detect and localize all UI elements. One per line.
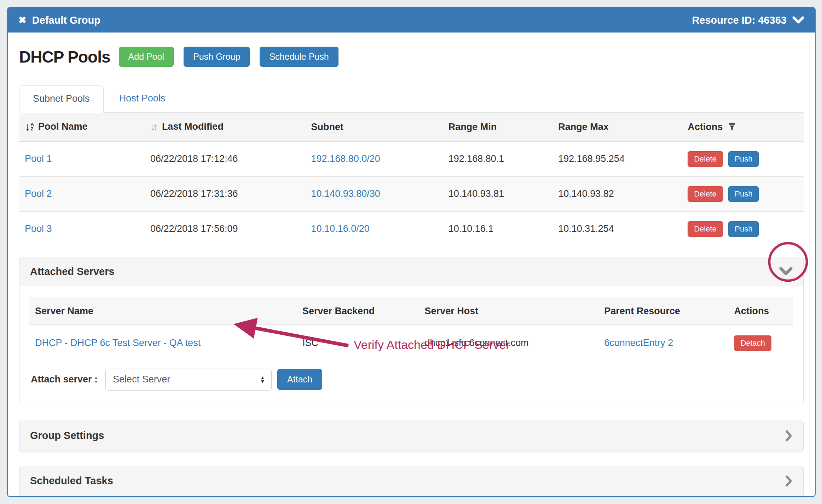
pool-tabs: Subnet Pools Host Pools [19,85,804,113]
column-server-host: Server Host [419,298,599,324]
chevron-right-icon [785,430,793,442]
parent-resource-link[interactable]: 6connectEntry 2 [604,338,673,348]
pools-table: ↓AZ Pool Name ↓↑ Last Modified Subnet Ra… [19,113,804,246]
attached-servers-header[interactable]: Attached Servers [19,257,803,286]
last-modified-value: 06/22/2018 17:12:46 [145,141,306,177]
push-button[interactable]: Push [728,151,759,167]
column-actions: Actions [688,122,723,133]
column-range-min: Range Min [443,113,553,141]
group-title: Default Group [32,14,100,26]
column-server-actions: Actions [728,298,793,324]
servers-table: Server Name Server Backend Server Host P… [29,298,793,362]
servers-header-row: Server Name Server Backend Server Host P… [29,298,793,324]
range-min-value: 192.168.80.1 [443,141,553,177]
subnet-link[interactable]: 10.140.93.80/30 [311,188,380,199]
delete-button[interactable]: Delete [688,221,723,237]
chevron-right-icon [785,475,793,487]
chevron-down-icon[interactable] [792,16,804,24]
attach-button[interactable]: Attach [277,369,322,390]
detach-button[interactable]: Detach [734,335,771,351]
attached-servers-title: Attached Servers [30,266,115,277]
select-spinner-icon: ▲▼ [260,376,265,383]
push-group-button[interactable]: Push Group [184,47,250,67]
page-title: DHCP Pools [19,47,110,66]
group-settings-title: Group Settings [30,430,104,441]
scheduled-tasks-title: Scheduled Tasks [30,475,113,487]
column-server-backend: Server Backend [297,298,419,324]
server-host-value: dhcp1-sfo.6connect.com [419,324,599,362]
group-titlebar: ✖ Default Group Resource ID: 46363 [8,8,815,33]
range-min-value: 10.140.93.81 [443,176,553,211]
filter-icon[interactable] [728,123,736,131]
sort-icon[interactable]: ↓↑ [150,122,156,132]
resource-card: ✖ Default Group Resource ID: 46363 DHCP … [7,7,816,497]
subnet-link[interactable]: 192.168.80.0/20 [311,153,380,164]
server-name-link[interactable]: DHCP - DHCP 6c Test Server - QA test [35,338,201,348]
close-icon[interactable]: ✖ [18,16,27,25]
server-select-value: Select Server [113,374,170,385]
chevron-down-icon[interactable] [779,267,793,276]
last-modified-value: 06/22/2018 17:31:36 [145,176,306,211]
scheduled-tasks-panel[interactable]: Scheduled Tasks [19,466,804,496]
table-row: Pool 3 06/22/2018 17:56:09 10.10.16.0/20… [19,211,804,246]
delete-button[interactable]: Delete [688,186,723,202]
schedule-push-button[interactable]: Schedule Push [260,47,338,67]
table-row: Pool 1 06/22/2018 17:12:46 192.168.80.0/… [19,141,804,177]
pool-link[interactable]: Pool 2 [25,188,52,199]
subnet-link[interactable]: 10.10.16.0/20 [311,223,370,234]
server-backend-value: ISC [297,324,419,362]
tab-host-pools[interactable]: Host Pools [106,85,179,112]
sort-alpha-icon[interactable]: ↓AZ [25,121,34,132]
tab-subnet-pools[interactable]: Subnet Pools [19,85,104,113]
pool-link[interactable]: Pool 1 [25,153,52,164]
column-server-name: Server Name [29,298,297,324]
last-modified-value: 06/22/2018 17:56:09 [145,211,306,246]
range-max-value: 192.168.95.254 [552,141,682,177]
server-row: DHCP - DHCP 6c Test Server - QA test ISC… [29,324,793,362]
add-pool-button[interactable]: Add Pool [119,47,174,67]
attach-server-label: Attach server : [31,374,98,385]
pools-header-row: ↓AZ Pool Name ↓↑ Last Modified Subnet Ra… [19,113,804,141]
group-settings-panel[interactable]: Group Settings [19,421,804,451]
delete-button[interactable]: Delete [688,151,723,167]
column-last-modified[interactable]: Last Modified [162,121,224,132]
range-min-value: 10.10.16.1 [443,211,553,246]
column-parent-resource: Parent Resource [598,298,728,324]
resource-id-label: Resource ID: 46363 [692,14,787,26]
column-range-max: Range Max [552,113,682,141]
pool-link[interactable]: Pool 3 [25,223,52,234]
range-max-value: 10.140.93.82 [552,176,682,211]
table-row: Pool 2 06/22/2018 17:31:36 10.140.93.80/… [19,176,804,211]
column-subnet: Subnet [306,113,443,141]
push-button[interactable]: Push [728,221,759,237]
push-button[interactable]: Push [728,186,759,202]
range-max-value: 10.10.31.254 [552,211,682,246]
column-pool-name[interactable]: Pool Name [38,121,88,132]
server-select[interactable]: Select Server ▲▼ [105,369,272,391]
attached-servers-panel: Attached Servers Server Name Server Back… [19,257,804,404]
